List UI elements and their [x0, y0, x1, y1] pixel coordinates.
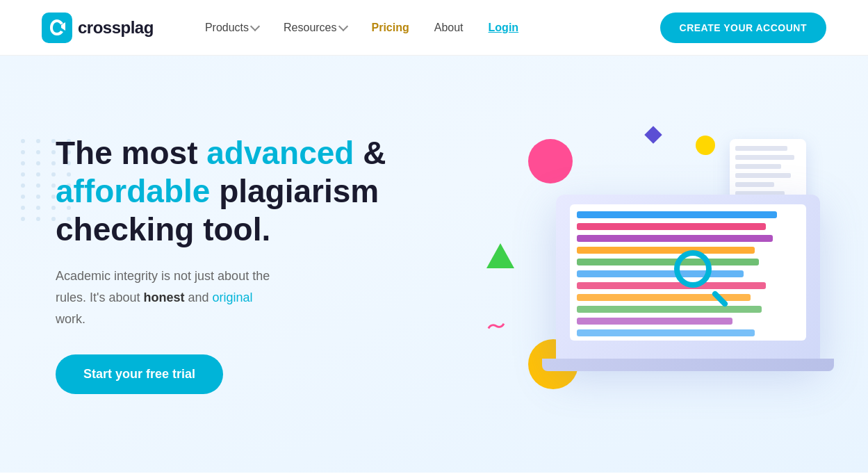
laptop-illustration: [556, 125, 820, 361]
hero-title: The most advanced & affordable plagiaris…: [56, 134, 431, 250]
hero-illustration: 〜: [431, 97, 812, 431]
pink-squiggle-decoration: 〜: [484, 313, 508, 342]
hero-subtitle-blue: original: [213, 291, 253, 304]
hero-section: The most advanced & affordable plagiaris…: [0, 56, 868, 473]
hero-subtitle-part2: and: [185, 291, 213, 304]
green-triangle-decoration: [486, 243, 514, 268]
nav-links: Products Resources Pricing About Login: [195, 16, 649, 40]
logo-text: crossplag: [78, 18, 154, 38]
hero-title-part2: &: [354, 135, 386, 171]
hero-subtitle-bold: honest: [144, 291, 185, 304]
hero-title-part3: plagiarism: [210, 173, 379, 209]
logo-link[interactable]: crossplag: [42, 13, 154, 43]
nav-login[interactable]: Login: [479, 16, 529, 40]
hero-title-advanced: advanced: [206, 135, 354, 171]
hero-subtitle-part3: work.: [56, 312, 85, 326]
navbar: crossplag Products Resources Pricing Abo…: [0, 0, 868, 56]
hero-content: The most advanced & affordable plagiaris…: [56, 134, 431, 394]
start-trial-button[interactable]: Start your free trial: [56, 354, 223, 394]
magnifier-icon: [674, 250, 730, 306]
hero-subtitle: Academic integrity is not just about the…: [56, 265, 375, 329]
create-account-button[interactable]: CREATE YOUR ACCOUNT: [660, 13, 826, 43]
products-chevron-icon: [250, 22, 260, 31]
laptop-base: [542, 359, 834, 371]
nav-pricing[interactable]: Pricing: [362, 16, 419, 40]
resources-chevron-icon: [338, 22, 347, 31]
nav-resources[interactable]: Resources: [274, 16, 356, 40]
svg-rect-0: [42, 13, 72, 43]
hero-title-part1: The most: [56, 135, 206, 171]
logo-icon: [42, 13, 72, 43]
hero-title-affordable: affordable: [56, 173, 210, 209]
nav-products[interactable]: Products: [195, 16, 268, 40]
nav-about[interactable]: About: [425, 16, 473, 40]
magnifier-glass: [674, 250, 712, 288]
magnifier-handle: [711, 290, 728, 307]
hero-title-part4: checking tool.: [56, 211, 270, 247]
